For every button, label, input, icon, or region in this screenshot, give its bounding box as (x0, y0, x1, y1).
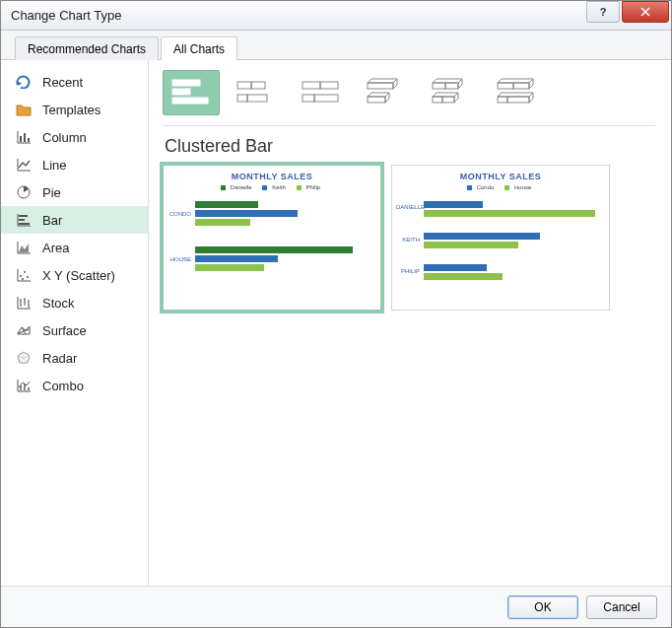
sidebar-item-line[interactable]: Line (1, 151, 148, 178)
svg-rect-20 (247, 95, 267, 102)
sidebar-item-label: Area (42, 241, 69, 255)
radar-icon (15, 350, 33, 366)
main-panel: Clustered Bar MONTHLY SALES Danielle Kei… (149, 60, 671, 586)
preview-by-series[interactable]: MONTHLY SALES Condo House DANIELLE KEITH… (391, 165, 610, 311)
svg-rect-25 (368, 83, 393, 89)
titlebar: Change Chart Type ? (1, 1, 671, 31)
sidebar-item-label: Bar (42, 213, 62, 228)
subtype-row (163, 70, 655, 126)
chart-category-sidebar: Recent Templates Column Line (1, 60, 149, 586)
sidebar-item-label: Surface (42, 323, 87, 338)
dialog-body: Recent Templates Column Line (1, 60, 671, 586)
svg-rect-21 (302, 82, 320, 89)
svg-rect-16 (172, 98, 208, 104)
window-buttons: ? (586, 1, 671, 30)
svg-point-10 (22, 278, 24, 280)
svg-rect-29 (433, 97, 442, 103)
svg-rect-27 (433, 83, 445, 89)
svg-rect-23 (302, 95, 314, 102)
sidebar-item-scatter[interactable]: X Y (Scatter) (1, 261, 148, 289)
svg-rect-28 (445, 83, 458, 89)
svg-rect-33 (498, 97, 507, 103)
dialog-footer: OK Cancel (1, 586, 671, 627)
dialog-window: Change Chart Type ? Recommended Charts A… (0, 0, 672, 628)
subtype-100-stacked-bar[interactable] (293, 70, 350, 115)
svg-rect-17 (237, 82, 251, 89)
svg-point-8 (24, 271, 26, 273)
svg-rect-22 (320, 82, 338, 89)
sidebar-item-stock[interactable]: Stock (1, 289, 148, 316)
scatter-icon (15, 267, 33, 283)
tab-recommended[interactable]: Recommended Charts (15, 36, 159, 60)
subtype-title: Clustered Bar (165, 136, 655, 157)
sidebar-item-recent[interactable]: Recent (1, 68, 148, 96)
surface-icon (15, 322, 33, 338)
svg-rect-26 (368, 97, 385, 103)
sidebar-item-surface[interactable]: Surface (1, 316, 148, 344)
help-button[interactable]: ? (586, 1, 620, 23)
subtype-3d-clustered-bar[interactable] (358, 70, 415, 115)
combo-icon (15, 378, 33, 393)
chart-area: DANIELLE KEITH PHILIP (424, 199, 603, 302)
svg-point-9 (27, 276, 29, 278)
sidebar-item-label: Recent (42, 75, 83, 90)
svg-rect-32 (513, 83, 529, 89)
sidebar-item-label: Line (42, 158, 67, 173)
pie-icon (15, 184, 33, 200)
sidebar-item-label: Radar (42, 351, 77, 366)
chart-legend: Danielle Keith Philip (169, 184, 374, 190)
sidebar-item-label: Combo (42, 379, 84, 393)
bar-icon (15, 212, 33, 228)
chart-legend: Condo House (398, 184, 603, 190)
subtype-3d-stacked-bar[interactable] (423, 70, 480, 115)
sidebar-item-pie[interactable]: Pie (1, 178, 148, 206)
chart-title: MONTHLY SALES (398, 172, 603, 181)
preview-by-category[interactable]: MONTHLY SALES Danielle Keith Philip COND… (163, 165, 381, 311)
svg-rect-6 (19, 223, 30, 225)
svg-point-7 (20, 275, 22, 277)
sidebar-item-label: Column (42, 130, 87, 145)
column-icon (15, 129, 33, 145)
chart-area: CONDO HOUSE (195, 199, 374, 302)
window-title: Change Chart Type (11, 8, 586, 23)
svg-rect-5 (19, 219, 25, 221)
sidebar-item-label: Stock (42, 296, 75, 311)
svg-rect-13 (28, 387, 30, 390)
sidebar-item-label: X Y (Scatter) (42, 268, 115, 283)
templates-icon (15, 102, 33, 117)
chart-previews: MONTHLY SALES Danielle Keith Philip COND… (163, 165, 655, 311)
subtype-3d-100-stacked-bar[interactable] (488, 70, 545, 115)
svg-rect-14 (172, 80, 200, 86)
svg-rect-31 (498, 83, 513, 89)
cancel-button[interactable]: Cancel (586, 595, 657, 619)
svg-rect-15 (172, 89, 190, 95)
svg-rect-24 (314, 95, 338, 102)
stock-icon (15, 295, 33, 311)
subtype-clustered-bar[interactable] (163, 70, 220, 115)
sidebar-item-label: Pie (42, 185, 61, 200)
sidebar-item-templates[interactable]: Templates (1, 96, 148, 123)
ok-button[interactable]: OK (507, 595, 578, 619)
sidebar-item-combo[interactable]: Combo (1, 372, 148, 399)
sidebar-item-bar[interactable]: Bar (1, 206, 148, 234)
svg-rect-0 (20, 136, 22, 142)
svg-rect-18 (251, 82, 265, 89)
sidebar-item-radar[interactable]: Radar (1, 344, 148, 372)
close-button[interactable] (622, 1, 669, 23)
area-icon (15, 240, 33, 255)
subtype-stacked-bar[interactable] (228, 70, 285, 115)
svg-rect-30 (442, 97, 454, 103)
tabs: Recommended Charts All Charts (1, 31, 671, 60)
svg-rect-19 (237, 95, 247, 102)
svg-rect-2 (28, 138, 30, 142)
sidebar-item-label: Templates (42, 103, 101, 117)
svg-rect-1 (24, 133, 26, 142)
svg-rect-34 (507, 97, 529, 103)
sidebar-item-column[interactable]: Column (1, 123, 148, 151)
chart-title: MONTHLY SALES (169, 172, 374, 181)
recent-icon (15, 74, 33, 90)
line-icon (15, 157, 33, 173)
sidebar-item-area[interactable]: Area (1, 234, 148, 261)
tab-all-charts[interactable]: All Charts (161, 36, 237, 60)
svg-rect-4 (19, 215, 28, 217)
